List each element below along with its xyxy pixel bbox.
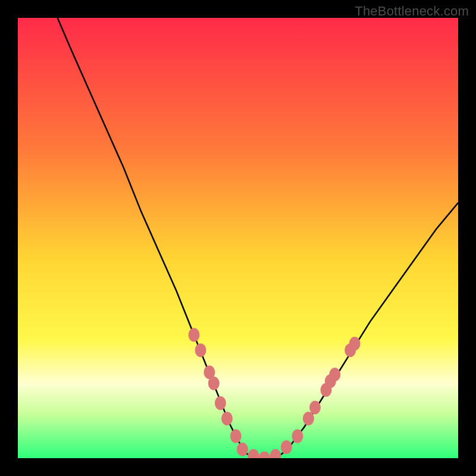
chart-svg <box>0 0 476 476</box>
watermark-text: TheBottleneck.com <box>355 4 469 19</box>
marker-left-arm-5 <box>215 396 226 410</box>
chart-stage: TheBottleneck.com <box>0 0 476 476</box>
marker-right-arm-4 <box>309 400 321 414</box>
marker-left-arm-6 <box>221 412 233 425</box>
marker-left-arm-7 <box>230 430 242 443</box>
marker-left-arm-2 <box>195 343 206 357</box>
marker-left-arm-4 <box>208 377 220 390</box>
marker-valley-1 <box>237 443 248 456</box>
marker-right-arm-2 <box>292 430 303 443</box>
marker-right-arm-1 <box>281 440 292 454</box>
gradient-background <box>18 18 458 458</box>
marker-right-arm-7 <box>329 368 340 381</box>
marker-right-arm-9 <box>349 337 361 350</box>
marker-right-arm-3 <box>303 412 314 425</box>
marker-left-arm-1 <box>189 328 200 342</box>
